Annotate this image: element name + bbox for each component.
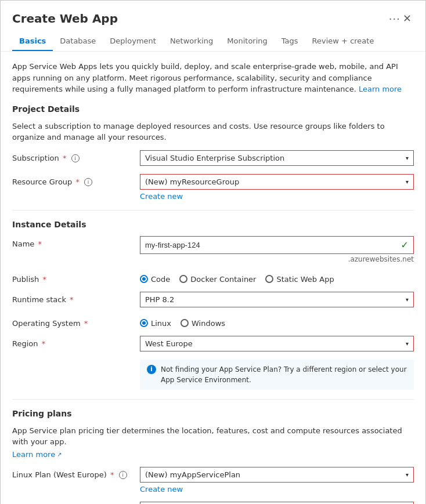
resource-group-create-new[interactable]: Create new xyxy=(140,192,414,201)
pricing-plans-title: Pricing plans xyxy=(12,409,414,418)
os-required: * xyxy=(84,319,88,328)
linux-plan-row: Linux Plan (West Europe) * i (New) myApp… xyxy=(12,467,414,494)
publish-docker-option[interactable]: Docker Container xyxy=(179,275,256,284)
publish-code-option[interactable]: Code xyxy=(140,275,170,284)
tab-review-create[interactable]: Review + create xyxy=(305,32,381,51)
os-windows-option[interactable]: Windows xyxy=(180,319,225,328)
name-check-icon: ✓ xyxy=(401,240,409,251)
runtime-stack-dropdown-arrow: ▾ xyxy=(406,296,409,303)
project-details-subtitle: Select a subscription to manage deployed… xyxy=(12,121,414,143)
name-input[interactable]: my-first-app-124 xyxy=(145,241,401,249)
publish-label: Publish * xyxy=(12,271,140,284)
region-required: * xyxy=(42,339,46,348)
linux-plan-required: * xyxy=(110,470,114,479)
linux-plan-field: (New) myAppServicePlan ▾ Create new xyxy=(140,467,414,494)
azure-suffix: .azurewebsites.net xyxy=(140,255,414,263)
tab-monitoring[interactable]: Monitoring xyxy=(220,32,275,51)
region-info-box: i Not finding your App Service Plan? Try… xyxy=(140,360,414,390)
os-radio-group: Linux Windows xyxy=(140,316,414,328)
tab-database[interactable]: Database xyxy=(53,32,103,51)
subscription-row: Subscription * i Visual Studio Enterpris… xyxy=(12,150,414,166)
pricing-plans-description: App Service plan pricing tier determines… xyxy=(12,425,414,448)
external-link-icon: ↗ xyxy=(57,451,62,458)
tab-deployment[interactable]: Deployment xyxy=(103,32,163,51)
resource-group-field: (New) myResourceGroup ▾ Create new xyxy=(140,174,414,201)
subscription-label: Subscription * i xyxy=(12,150,140,163)
project-details-title: Project Details xyxy=(12,104,414,114)
os-linux-option[interactable]: Linux xyxy=(140,319,171,328)
linux-plan-info-icon[interactable]: i xyxy=(119,471,127,479)
linux-plan-dropdown-arrow: ▾ xyxy=(406,472,409,478)
linux-plan-dropdown[interactable]: (New) myAppServicePlan ▾ xyxy=(140,467,414,483)
name-input-wrapper: my-first-app-124 ✓ xyxy=(140,236,414,254)
dialog-menu-icon[interactable]: ··· xyxy=(389,13,400,25)
pricing-plan-label: Pricing plan xyxy=(12,502,140,505)
learn-more-link[interactable]: Learn more xyxy=(359,85,402,93)
pricing-plan-field: Free F1 (Shared infrastructure) ▾ Explor… xyxy=(140,502,414,505)
linux-plan-create-new[interactable]: Create new xyxy=(140,485,414,494)
region-info-icon: i xyxy=(147,365,156,374)
os-linux-radio[interactable] xyxy=(140,319,148,327)
region-dropdown[interactable]: West Europe ▾ xyxy=(140,336,414,351)
publish-static-radio[interactable] xyxy=(265,275,273,283)
resource-group-label: Resource Group * i xyxy=(12,174,140,187)
resource-group-row: Resource Group * i (New) myResourceGroup… xyxy=(12,174,414,201)
region-dropdown-arrow: ▾ xyxy=(406,340,409,347)
close-button[interactable]: ✕ xyxy=(400,10,414,27)
region-row: Region * West Europe ▾ xyxy=(12,336,414,351)
tab-basics[interactable]: Basics xyxy=(12,32,53,51)
publish-required: * xyxy=(42,275,46,284)
publish-code-radio[interactable] xyxy=(140,275,148,283)
pricing-plan-row: Pricing plan Free F1 (Shared infrastruct… xyxy=(12,502,414,505)
publish-row: Publish * Code Docker Container Static xyxy=(12,271,414,284)
runtime-stack-field: PHP 8.2 ▾ xyxy=(140,292,414,307)
os-label: Operating System * xyxy=(12,316,140,328)
publish-docker-radio[interactable] xyxy=(179,275,187,283)
tab-bar: Basics Database Deployment Networking Mo… xyxy=(1,32,425,52)
name-row: Name * my-first-app-124 ✓ .azurewebsites… xyxy=(12,236,414,263)
linux-plan-label: Linux Plan (West Europe) * i xyxy=(12,467,140,480)
subscription-dropdown-arrow: ▾ xyxy=(406,155,409,161)
runtime-stack-label: Runtime stack * xyxy=(12,292,140,304)
publish-radio-group: Code Docker Container Static Web App xyxy=(140,271,414,284)
name-required: * xyxy=(38,240,42,248)
tab-tags[interactable]: Tags xyxy=(275,32,305,51)
os-row: Operating System * Linux Windows xyxy=(12,316,414,328)
resource-group-info-icon[interactable]: i xyxy=(84,178,92,186)
pricing-plan-dropdown[interactable]: Free F1 (Shared infrastructure) ▾ xyxy=(140,502,414,505)
name-label: Name * xyxy=(12,236,140,248)
os-windows-radio[interactable] xyxy=(180,319,189,327)
resource-group-required: * xyxy=(75,177,80,186)
subscription-field: Visual Studio Enterprise Subscription ▾ xyxy=(140,150,414,166)
subscription-dropdown[interactable]: Visual Studio Enterprise Subscription ▾ xyxy=(140,150,414,166)
runtime-stack-required: * xyxy=(70,295,74,304)
pricing-learn-more-link[interactable]: Learn more ↗ xyxy=(12,450,62,459)
subscription-required: * xyxy=(63,154,67,162)
resource-group-dropdown-arrow: ▾ xyxy=(406,179,409,185)
runtime-stack-row: Runtime stack * PHP 8.2 ▾ xyxy=(12,292,414,307)
region-label: Region * xyxy=(12,336,140,348)
instance-details-title: Instance Details xyxy=(12,220,414,229)
tab-networking[interactable]: Networking xyxy=(163,32,220,51)
region-field: West Europe ▾ xyxy=(140,336,414,351)
publish-static-option[interactable]: Static Web App xyxy=(265,275,334,284)
runtime-stack-dropdown[interactable]: PHP 8.2 ▾ xyxy=(140,292,414,307)
subscription-info-icon[interactable]: i xyxy=(71,154,80,162)
name-field: my-first-app-124 ✓ .azurewebsites.net xyxy=(140,236,414,263)
dialog-title: Create Web App xyxy=(12,12,384,26)
os-field: Linux Windows xyxy=(140,316,414,328)
app-description: App Service Web Apps lets you quickly bu… xyxy=(12,61,414,95)
publish-field: Code Docker Container Static Web App xyxy=(140,271,414,284)
resource-group-dropdown[interactable]: (New) myResourceGroup ▾ xyxy=(140,174,414,190)
